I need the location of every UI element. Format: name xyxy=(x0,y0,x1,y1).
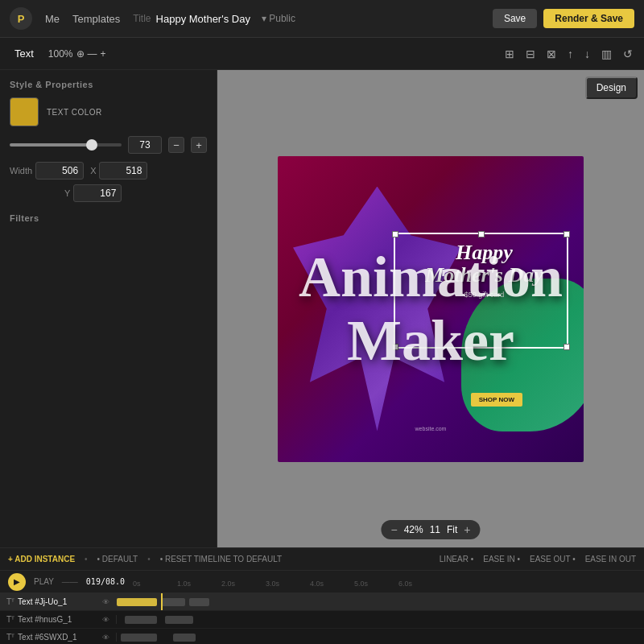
x-group: X 518 xyxy=(90,162,147,180)
width-input[interactable]: 506 xyxy=(35,162,84,180)
ease-in-easing[interactable]: EASE IN • xyxy=(483,555,520,564)
text-icon-2: Tᵀ xyxy=(6,615,14,624)
track-bar-1a xyxy=(117,598,157,606)
canvas-content: Happy Mother's Day $50 gift card SHOP NO… xyxy=(278,156,584,462)
ruler-3s: 3.0s xyxy=(266,580,310,588)
title-label: Title xyxy=(133,13,151,24)
track-bar-2b xyxy=(165,616,193,624)
ruler-0s: 0s xyxy=(133,580,177,588)
sep1: • xyxy=(85,555,88,564)
undo-icon[interactable]: ↺ xyxy=(620,46,636,62)
add-instance-button[interactable]: + ADD INSTANCE xyxy=(8,555,75,564)
width-group: Width 506 xyxy=(10,162,84,180)
track-bar-2a xyxy=(125,616,157,624)
handle-tm[interactable] xyxy=(478,231,485,237)
style-properties-title: Style & Properties xyxy=(10,80,207,89)
chart-icon[interactable]: ▥ xyxy=(598,46,615,62)
happy-mothers-day-text[interactable]: Happy Mother's Day xyxy=(400,242,568,287)
visibility-icon-2[interactable]: 👁 xyxy=(102,616,109,624)
canvas-zoom-number: 11 xyxy=(430,524,440,535)
ruler-5s: 5.0s xyxy=(354,580,398,588)
save-button[interactable]: Save xyxy=(493,9,537,28)
track-label-3[interactable]: Tᵀ Text #6SWXD_1 👁 xyxy=(0,633,117,642)
logo: P xyxy=(10,7,32,30)
text-icon-3: Tᵀ xyxy=(6,633,14,642)
handle-tr[interactable] xyxy=(564,231,570,237)
zoom-plus-icon[interactable]: + xyxy=(101,48,106,60)
track-name-2: Text #hnusG_1 xyxy=(18,615,72,624)
timeline: + ADD INSTANCE • • DEFAULT • • RESET TIM… xyxy=(0,547,644,644)
track-label-2[interactable]: Tᵀ Text #hnusG_1 👁 xyxy=(0,615,117,624)
track-bar-3a xyxy=(121,634,157,642)
timeline-tracks: Tᵀ Text #Jj-Uo_1 👁 Tᵀ Text #hnusG_1 👁 xyxy=(0,593,644,644)
zoom-level-display: 100% xyxy=(48,48,73,60)
text-color-label: TEXT COLOR xyxy=(47,108,102,117)
left-panel: Style & Properties TEXT COLOR 73 − + Wid… xyxy=(0,70,217,547)
align-right-icon[interactable]: ⊠ xyxy=(543,46,559,62)
timeline-top-bar: + ADD INSTANCE • • DEFAULT • • RESET TIM… xyxy=(0,548,644,571)
zoom-in-button[interactable]: + xyxy=(464,523,470,536)
default-label: • DEFAULT xyxy=(97,555,138,564)
track-bar-3b xyxy=(173,634,196,642)
canvas-zoom-fit[interactable]: Fit xyxy=(447,524,457,535)
gift-card-text: $50 gift card xyxy=(400,291,568,299)
x-input[interactable]: 518 xyxy=(99,162,147,180)
ease-in-out-easing[interactable]: EASE IN OUT xyxy=(585,555,636,564)
filters-section: Filters xyxy=(10,213,207,223)
text-color-swatch[interactable] xyxy=(10,97,39,126)
align-left-icon[interactable]: ⊞ xyxy=(502,46,518,62)
visibility-icon-1[interactable]: 👁 xyxy=(102,598,109,606)
playhead[interactable] xyxy=(161,593,163,610)
zoom-control: 100% ⊕ — + xyxy=(48,48,106,60)
align-center-icon[interactable]: ⊟ xyxy=(522,46,539,62)
ruler-marks: 0s 1.0s 2.0s 3.0s 4.0s 5.0s 6.0s xyxy=(133,576,636,588)
opacity-slider[interactable] xyxy=(10,143,122,147)
opacity-plus-button[interactable]: + xyxy=(191,137,207,153)
flower-decoration xyxy=(293,187,461,431)
nav-me[interactable]: Me xyxy=(45,13,60,25)
zoom-minus-icon[interactable]: — xyxy=(88,48,97,60)
canvas-area: Happy Mother's Day $50 gift card SHOP NO… xyxy=(217,70,644,547)
main-area: Style & Properties TEXT COLOR 73 − + Wid… xyxy=(0,70,644,547)
sep2: • xyxy=(147,555,151,564)
track-row: Tᵀ Text #6SWXD_1 👁 xyxy=(0,629,644,644)
reset-label[interactable]: • RESET TIMELINE TO DEFAULT xyxy=(160,555,283,564)
color-section: TEXT COLOR xyxy=(10,97,207,126)
track-label-1[interactable]: Tᵀ Text #Jj-Uo_1 👁 xyxy=(0,597,117,606)
nav-templates[interactable]: Templates xyxy=(72,13,120,25)
timeline-controls: ▶ PLAY —— 019/08.0 0s 1.0s 2.0s 3.0s 4.0… xyxy=(0,571,644,593)
visibility-icon-3[interactable]: 👁 xyxy=(102,634,109,642)
top-nav: P Me Templates Title Happy Mother's Day … xyxy=(0,0,644,38)
design-button[interactable]: Design xyxy=(585,76,638,99)
opacity-input[interactable]: 73 xyxy=(128,136,162,154)
timeline-ruler: 0s 1.0s 2.0s 3.0s 4.0s 5.0s 6.0s xyxy=(133,576,636,588)
opacity-minus-button[interactable]: − xyxy=(168,137,184,153)
current-time: 019/08.0 xyxy=(86,577,125,586)
track-bar-1b xyxy=(161,598,185,606)
text-tab[interactable]: Text xyxy=(8,45,40,62)
toolbar: Text 100% ⊕ — + ⊞ ⊟ ⊠ ↑ ↓ ▥ ↺ xyxy=(0,38,644,70)
ruler-6s: 6.0s xyxy=(398,580,443,588)
green-decoration xyxy=(461,279,584,431)
align-bottom-icon[interactable]: ↓ xyxy=(581,46,593,62)
public-toggle[interactable]: ▾ Public xyxy=(262,13,295,24)
y-input[interactable]: 167 xyxy=(73,184,122,202)
y-label: Y xyxy=(64,188,70,198)
track-name-3: Text #6SWXD_1 xyxy=(18,633,76,642)
text-icon-1: Tᵀ xyxy=(6,597,14,606)
slider-row: 73 − + xyxy=(10,136,207,154)
document-title[interactable]: Happy Mother's Day xyxy=(156,13,250,25)
linear-easing[interactable]: LINEAR • xyxy=(440,555,473,564)
align-top-icon[interactable]: ↑ xyxy=(564,46,576,62)
render-save-button[interactable]: Render & Save xyxy=(543,9,634,28)
canvas-zoom-level: 42% xyxy=(404,524,423,535)
track-row: Tᵀ Text #Jj-Uo_1 👁 xyxy=(0,593,644,611)
shop-now-button[interactable]: SHOP NOW xyxy=(471,393,522,407)
slider-thumb[interactable] xyxy=(86,139,97,151)
canvas-image[interactable]: Happy Mother's Day $50 gift card SHOP NO… xyxy=(278,156,584,462)
track-content-1 xyxy=(117,593,644,610)
zoom-out-button[interactable]: − xyxy=(390,523,397,536)
ease-out-easing[interactable]: EASE OUT • xyxy=(530,555,576,564)
zoom-grid-icon: ⊕ xyxy=(76,48,85,60)
play-button[interactable]: ▶ xyxy=(8,573,26,591)
